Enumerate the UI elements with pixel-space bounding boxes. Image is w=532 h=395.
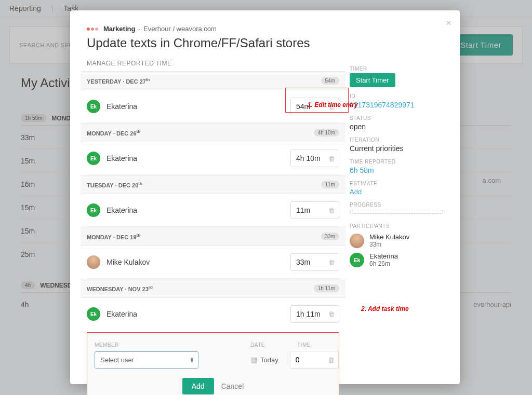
day-header: MONDAY · DEC 19th33m — [81, 227, 345, 246]
participant-time: 6h 26m — [369, 260, 398, 267]
section-label: MANAGE REPORTED TIME — [87, 60, 339, 67]
task-id-link[interactable]: #217319674829971 — [350, 101, 443, 109]
trash-icon[interactable]: 🗑 — [328, 310, 335, 318]
calendar-icon[interactable]: ▦ — [250, 356, 257, 364]
member-select[interactable]: Select user — [95, 351, 198, 369]
entry-user-name: Ekaterina — [107, 310, 284, 318]
task-title: Update texts in Chrome/FF/Safari stores — [87, 36, 443, 50]
time-reported-value: 6h 58m — [350, 166, 443, 174]
breadcrumb: Marketing · Everhour / weavora.com — [87, 25, 443, 33]
participant-name: Ekaterina — [369, 252, 398, 260]
avatar — [350, 234, 364, 248]
trash-icon[interactable]: 🗑 — [328, 258, 335, 266]
participant-time: 33m — [369, 241, 409, 248]
task-sidebar: TIMER Start Timer ID #217319674829971 ST… — [350, 60, 443, 395]
add-estimate-link[interactable]: Add — [350, 188, 443, 196]
iteration-value: Current priorities — [350, 144, 443, 153]
day-total-pill: 11m — [321, 181, 339, 188]
participant-name: Mike Kulakov — [369, 233, 409, 241]
participant: Mike Kulakov33m — [350, 233, 443, 248]
avatar — [87, 255, 100, 269]
participant: EkEkaterina6h 26m — [350, 252, 443, 267]
add-time-panel: MEMBER DATE TIME Select user ▲▼ ▦ Today — [87, 332, 339, 395]
task-modal: × Marketing · Everhour / weavora.com Upd… — [70, 10, 460, 384]
trash-icon[interactable]: 🗑 — [328, 356, 335, 364]
day-total-pill: 33m — [321, 233, 339, 240]
time-entries-list: YESTERDAY · DEC 27th54mEkEkaterina🗑MONDA… — [87, 71, 339, 330]
date-value[interactable]: Today — [260, 356, 278, 364]
add-button[interactable]: Add — [182, 378, 214, 394]
time-entry-row: Mike Kulakov🗑 — [87, 246, 339, 279]
status-value: open — [350, 122, 443, 131]
progress-bar — [350, 210, 443, 214]
day-header: WEDNESDAY · NOV 23rd1h 11m — [81, 279, 345, 298]
day-total-pill: 1h 11m — [314, 284, 339, 292]
time-entry-row: EkEkaterina🗑 — [87, 90, 339, 123]
member-label: MEMBER — [95, 342, 250, 348]
trash-icon[interactable]: 🗑 — [328, 155, 335, 162]
asana-icon — [87, 28, 98, 31]
time-entry-row: EkEkaterina🗑 — [87, 298, 339, 330]
time-entry-row: EkEkaterina🗑 — [87, 142, 339, 175]
entry-user-name: Ekaterina — [107, 102, 284, 111]
trash-icon[interactable]: 🗑 — [328, 103, 335, 111]
entry-user-name: Mike Kulakov — [107, 258, 284, 266]
breadcrumb-path[interactable]: Everhour / weavora.com — [143, 25, 217, 33]
time-label: TIME — [297, 342, 331, 348]
day-header: MONDAY · DEC 26th4h 10m — [81, 123, 345, 142]
avatar: Ek — [350, 253, 364, 267]
day-total-pill: 4h 10m — [314, 129, 339, 137]
avatar: Ek — [87, 152, 100, 165]
avatar: Ek — [87, 203, 100, 217]
entry-user-name: Ekaterina — [107, 206, 284, 214]
cancel-button[interactable]: Cancel — [221, 382, 244, 390]
trash-icon[interactable]: 🗑 — [328, 207, 335, 214]
avatar: Ek — [87, 307, 100, 321]
day-header: TUESDAY · DEC 20th11m — [81, 175, 345, 194]
select-arrows-icon: ▲▼ — [190, 357, 194, 363]
avatar: Ek — [87, 100, 100, 113]
date-label: DATE — [250, 342, 297, 348]
close-icon[interactable]: × — [446, 18, 451, 29]
entry-user-name: Ekaterina — [107, 154, 284, 162]
time-entry-row: EkEkaterina🗑 — [87, 194, 339, 227]
day-header: YESTERDAY · DEC 27th54m — [81, 71, 345, 90]
start-timer-button[interactable]: Start Timer — [350, 73, 395, 87]
day-total-pill: 54m — [321, 77, 339, 85]
breadcrumb-project[interactable]: Marketing — [103, 25, 135, 33]
